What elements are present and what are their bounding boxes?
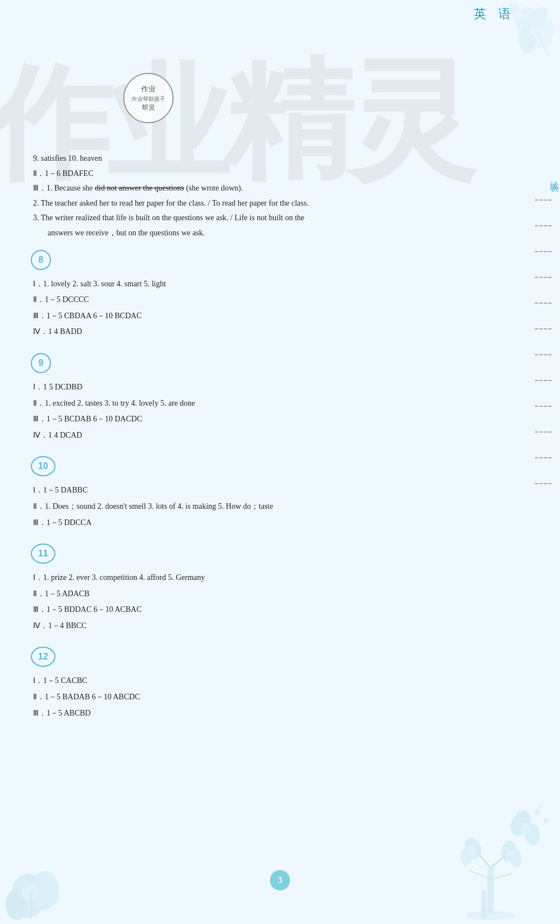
svg-point-25 [506,849,515,858]
svg-point-32 [465,911,516,920]
svg-point-36 [22,885,39,902]
section-12-content: Ⅰ．1－5 CACBC Ⅱ．1－5 BADAB 6－10 ABCDC Ⅲ．1－5… [31,674,518,721]
section-9-line-2: Ⅱ．1. excited 2. tastes 3. to try 4. love… [33,396,518,411]
section-8-content: Ⅰ．1. lovely 2. salt 3. sour 4. smart 5. … [31,277,518,340]
section-12-line-1: Ⅰ．1－5 CACBC [33,674,518,689]
section-11-line-4: Ⅳ．1－4 BBCC [33,619,518,634]
section-12: 12 Ⅰ．1－5 CACBC Ⅱ．1－5 BADAB 6－10 ABCDC Ⅲ．… [31,638,518,721]
svg-line-12 [526,31,536,50]
section-bubble-11: 11 [31,544,55,564]
stamp-text: 作业 作业帮助孩子 帮灵 [132,84,165,113]
section-10-line-2: Ⅱ．1. Does；sound 2. doesn't smell 3. lots… [33,499,518,514]
section-12-line-2: Ⅱ．1－5 BADAB 6－10 ABCDC [33,690,518,705]
page-number: 3 [270,870,290,890]
svg-point-1 [529,16,558,52]
section-11: 11 Ⅰ．1. prize 2. ever 3. competition 4. … [31,535,518,633]
strikethrough-text: did not answer the questions [95,184,184,192]
svg-point-35 [6,889,28,920]
svg-line-39 [31,906,48,910]
svg-line-11 [536,31,549,56]
section-8-line-4: Ⅳ．1 4 BADD [33,324,518,340]
svg-point-2 [516,24,537,54]
svg-rect-15 [482,890,486,918]
svg-point-29 [535,809,540,815]
section-12-line-3: Ⅲ．1－5 ABCBD [33,706,518,721]
section-8-line-2: Ⅱ．1－5 DCCCC [33,292,518,308]
section-8-line-1: Ⅰ．1. lovely 2. salt 3. sour 4. smart 5. … [33,277,518,292]
pre-section-line3: Ⅲ．1. Because she did not answer the ques… [31,181,518,196]
section-9-line-3: Ⅲ．1－5 BCDAB 6－10 DACDC [33,412,518,427]
pre-section-line4: 2. The teacher asked her to read her pap… [31,196,518,211]
svg-point-0 [515,3,549,42]
section-9-content: Ⅰ．1 5 DCDBD Ⅱ．1. excited 2. tastes 3. to… [31,380,518,443]
section-9-line-4: Ⅳ．1 4 DCAD [33,428,518,443]
section-11-line-3: Ⅲ．1－5 BDDAC 6－10 ACBAC [33,602,518,617]
section-8-line-3: Ⅲ．1－5 CBDAA 6－10 BCDAC [33,309,518,324]
svg-point-20 [462,835,484,861]
svg-point-4 [530,25,542,36]
svg-point-22 [466,846,477,856]
svg-point-28 [520,823,531,834]
section-10-content: Ⅰ．1－5 DABBC Ⅱ．1. Does；sound 2. doesn't s… [31,483,518,530]
section-11-line-1: Ⅰ．1. prize 2. ever 3. competition 4. aff… [33,570,518,586]
svg-point-3 [523,3,552,31]
stamp-circle: 作业 作业帮助孩子 帮灵 [123,73,174,123]
section-9-line-1: Ⅰ．1 5 DCDBD [33,380,518,395]
pre-section: 9. satisfies 10. heaven Ⅱ．1－6 BDAFEC Ⅲ．1… [31,151,518,241]
section-9: 9 Ⅰ．1 5 DCDBD Ⅱ．1. excited 2. tastes 3. … [31,344,518,443]
svg-line-19 [491,874,512,879]
pre-section-line6: answers we receive，but on the questions … [31,226,518,241]
svg-rect-14 [487,868,494,913]
svg-point-7 [514,12,522,20]
svg-point-34 [31,871,59,910]
svg-point-31 [539,805,542,808]
section-10: 10 Ⅰ．1－5 DABBC Ⅱ．1. Does；sound 2. doesn'… [31,447,518,530]
section-11-content: Ⅰ．1. prize 2. ever 3. competition 4. aff… [31,570,518,633]
pre-section-line1: 9. satisfies 10. heaven [31,151,518,166]
svg-line-18 [470,871,491,879]
svg-point-26 [507,807,534,839]
svg-point-24 [507,847,524,869]
svg-point-33 [11,874,45,918]
section-bubble-12: 12 [31,647,55,667]
svg-point-21 [458,844,478,867]
section-10-line-1: Ⅰ．1－5 DABBC [33,483,518,498]
svg-point-23 [499,839,519,863]
svg-line-16 [476,851,491,868]
subject-title: 英 语 [474,6,515,22]
svg-line-17 [491,854,507,868]
section-8: 8 Ⅰ．1. lovely 2. salt 3. sour 4. smart 5… [31,241,518,340]
section-11-line-2: Ⅱ．1－5 ADACB [33,587,518,602]
pre-section-line2: Ⅱ．1－6 BDAFEC [31,166,518,182]
svg-line-13 [518,16,536,31]
section-bubble-8: 8 [31,250,51,270]
content-wrapper: 9. satisfies 10. heaven Ⅱ．1－6 BDAFEC Ⅲ．1… [0,151,560,781]
section-bubble-10: 10 [31,456,55,476]
pre-section-line5: 3. The writer realized that life is buil… [31,211,518,226]
svg-line-38 [14,899,31,904]
stamp-area: 作业 作业帮助孩子 帮灵 [123,73,190,129]
section-bubble-9: 9 [31,353,51,373]
section-10-line-3: Ⅲ．1－5 DDCCA [33,516,518,531]
svg-point-30 [544,818,548,823]
svg-point-27 [522,822,542,847]
